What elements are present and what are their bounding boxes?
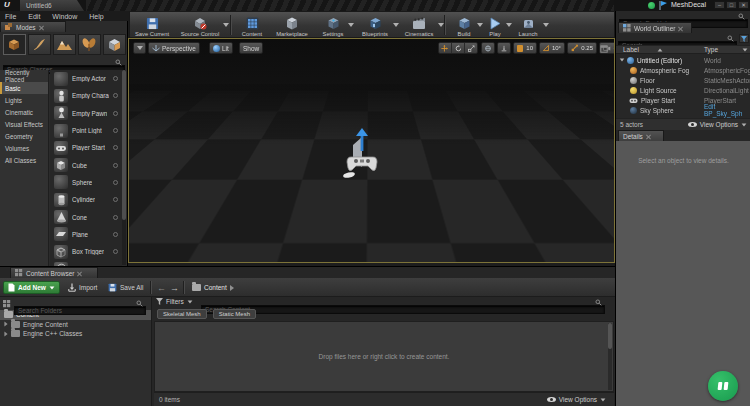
dropdown-caret-icon[interactable] [543,23,549,27]
scale-snap-value[interactable]: 0.25 [581,45,593,51]
drag-handle-icon[interactable] [113,249,118,254]
mode-paint-button[interactable] [28,34,51,55]
rotation-snap-group[interactable]: 10° [539,42,565,54]
minimize-button[interactable]: – [714,1,725,9]
category-visual-effects[interactable]: Visual Effects [0,118,48,130]
modes-search[interactable] [3,58,125,67]
build-button[interactable]: Build [449,13,479,37]
surface-snapping-button[interactable] [497,42,511,54]
placeable-empty-pawn[interactable]: Empty Pawn [50,105,122,122]
player-start-actor[interactable] [339,127,385,189]
menu-item-window[interactable]: Window [52,13,77,20]
dropdown-caret-icon[interactable] [223,23,229,27]
placeable-plane[interactable]: Plane [50,226,122,243]
breadcrumb[interactable]: Content [188,281,238,294]
close-icon[interactable] [39,25,44,30]
folders-search[interactable] [14,299,146,308]
forward-button[interactable]: → [168,281,181,294]
category-lights[interactable]: Lights [0,94,48,106]
import-button[interactable]: Import [64,281,101,294]
cinematics-button[interactable]: Cinematics [398,13,440,37]
content-browser-tab[interactable]: Content Browser [10,267,98,278]
settings-button[interactable]: Settings [316,13,350,37]
dropdown-caret-icon[interactable] [348,23,354,27]
category-geometry[interactable]: Geometry [0,130,48,142]
filter-chip-skeletal-mesh[interactable]: Skeletal Mesh [157,309,207,319]
blueprints-button[interactable]: Blueprints [355,13,395,37]
lit-button[interactable]: Lit [209,42,233,54]
placeable-cube[interactable]: Cube [50,156,122,173]
play-button[interactable]: Play [482,13,508,37]
add-new-button[interactable]: Add New [3,281,60,294]
scale-snap-group[interactable]: 0.25 [567,42,597,54]
world-local-toggle[interactable] [481,42,495,54]
category-basic[interactable]: Basic [0,82,48,94]
maximize-viewport-icon[interactable] [600,45,608,53]
folder-engine-content[interactable]: Engine Content [0,320,151,330]
grid-snap-group[interactable]: 10 [513,42,537,54]
save-all-button[interactable]: Save All [104,281,148,294]
mode-geometry-button[interactable] [103,34,126,55]
scale-tool-icon[interactable] [468,44,475,53]
content-button[interactable]: Content [235,13,269,37]
menu-item-help[interactable]: Help [89,13,103,20]
folders-search-input[interactable] [14,306,146,315]
viewport-options-button[interactable] [133,42,146,54]
modes-tab[interactable]: Modes [0,21,66,32]
category-cinematic[interactable]: Cinematic [0,106,48,118]
close-button[interactable]: ✕ [738,1,749,9]
save-current-button[interactable]: Save Current [132,13,172,37]
mode-foliage-button[interactable] [78,34,101,55]
drag-handle-icon[interactable] [113,93,118,98]
modes-scrollbar[interactable] [122,70,126,265]
folder-engine-cpp-classes[interactable]: Engine C++ Classes [0,329,151,339]
content-search[interactable] [201,298,605,307]
drag-handle-icon[interactable] [113,163,118,168]
level-value[interactable]: Untitled (Persistent) [551,252,608,259]
category-all-classes[interactable]: All Classes [0,154,48,166]
column-options-caret-icon[interactable] [743,48,748,51]
maximize-button[interactable]: □ [726,1,737,9]
menu-item-file[interactable]: File [5,13,16,20]
source-control-button[interactable]: Source Control [175,13,225,37]
placeable-cone[interactable]: Cone [50,208,122,225]
asset-scrollbar[interactable] [608,323,612,390]
drag-handle-icon[interactable] [113,197,118,202]
placeable-sphere[interactable]: Sphere [50,174,122,191]
level-viewport[interactable]: Perspective Lit Show 10 10° [128,38,615,263]
outliner-row-atmospheric-fog[interactable]: Atmospheric Fog AtmosphericFog [616,65,750,75]
placeable-point-light[interactable]: Point Light [50,122,122,139]
expand-caret-icon[interactable] [4,331,7,336]
outliner-filter-button[interactable] [739,34,749,43]
show-button[interactable]: Show [239,42,263,54]
outliner-view-options-button[interactable]: View Options [688,121,747,128]
marketplace-button[interactable]: Marketplace [271,13,313,37]
category-recently-placed[interactable]: Recently Placed [0,70,48,82]
outliner-row-floor[interactable]: Floor StaticMeshActor [616,75,750,85]
help-search[interactable] [619,12,748,21]
placeable-cylinder[interactable]: Cylinder [50,191,122,208]
details-tab[interactable]: Details [618,130,664,141]
type-column-header[interactable]: Type [704,46,718,53]
screenshare-overlay-button[interactable] [708,371,738,401]
cb-view-options-button[interactable]: View Options [547,396,606,403]
drag-handle-icon[interactable] [113,76,118,81]
placeable-empty-character[interactable]: Empty Character [50,87,122,104]
placeable-box-trigger[interactable]: Box Trigger [50,243,122,260]
expand-caret-icon[interactable] [620,59,625,62]
drag-handle-icon[interactable] [113,215,118,220]
world-outliner-tab[interactable]: World Outliner [618,22,692,33]
mode-place-button[interactable] [3,34,26,55]
rotate-tool-icon[interactable] [455,44,462,53]
filters-button[interactable]: Filters [156,298,193,305]
move-tool-icon[interactable] [441,44,448,53]
grid-snap-value[interactable]: 10 [526,45,533,51]
back-button[interactable]: ← [155,281,168,294]
drag-handle-icon[interactable] [113,128,118,133]
close-icon[interactable] [646,134,651,139]
rotation-snap-value[interactable]: 10° [552,45,561,51]
close-icon[interactable] [678,26,683,31]
drag-handle-icon[interactable] [113,145,118,150]
outliner-row-sky-sphere[interactable]: Sky Sphere Edit BP_Sky_Sph [616,105,750,115]
row-type-link[interactable]: Edit BP_Sky_Sph [704,103,750,117]
